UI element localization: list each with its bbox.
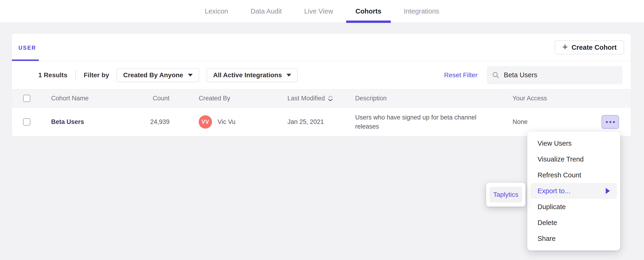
more-dot-icon bbox=[613, 121, 615, 123]
chevron-up-icon bbox=[328, 96, 332, 98]
row-checkbox[interactable] bbox=[23, 118, 30, 126]
menu-item-delete[interactable]: Delete bbox=[530, 215, 617, 230]
created-by-name: Vic Vu bbox=[218, 118, 236, 126]
top-navigation: Lexicon Data Audit Live View Cohorts Int… bbox=[0, 0, 644, 23]
search-box[interactable] bbox=[487, 66, 622, 84]
header-created-by: Created By bbox=[170, 95, 288, 102]
menu-item-visualize-trend[interactable]: Visualize Trend bbox=[530, 151, 617, 167]
cohort-name-link[interactable]: Beta Users bbox=[51, 118, 84, 125]
results-count: 1 Results bbox=[38, 72, 68, 79]
active-tab-underline bbox=[346, 20, 391, 23]
menu-item-refresh-count[interactable]: Refresh Count bbox=[530, 167, 617, 183]
header-checkbox-cell bbox=[23, 95, 51, 102]
filter-bar: 1 Results Filter by Created By Anyone Al… bbox=[12, 61, 631, 89]
tab-label: Integrations bbox=[404, 8, 440, 15]
chevron-down-icon bbox=[286, 74, 291, 76]
tab-label: Live View bbox=[304, 8, 333, 15]
more-dot-icon bbox=[606, 121, 608, 123]
row-more-actions-button[interactable] bbox=[602, 115, 619, 129]
create-cohort-label: Create Cohort bbox=[572, 44, 617, 51]
tab-live-view[interactable]: Live View bbox=[303, 0, 334, 22]
menu-item-view-users[interactable]: View Users bbox=[530, 135, 617, 151]
select-all-checkbox[interactable] bbox=[23, 95, 30, 102]
table-header-row: Cohort Name Count Created By Last Modifi… bbox=[12, 89, 631, 108]
export-submenu: Taplytics bbox=[486, 183, 526, 206]
row-checkbox-cell bbox=[23, 118, 51, 126]
tab-lexicon[interactable]: Lexicon bbox=[204, 0, 229, 22]
tab-user[interactable]: USER bbox=[18, 45, 36, 51]
export-to-label: Export to... bbox=[538, 187, 570, 195]
header-count: Count bbox=[137, 95, 170, 102]
row-context-menu: View Users Visualize Trend Refresh Count… bbox=[527, 132, 620, 250]
submenu-item-taplytics[interactable]: Taplytics bbox=[490, 187, 522, 202]
chevron-down-icon bbox=[188, 74, 193, 76]
plus-icon: + bbox=[562, 42, 568, 52]
sort-icon[interactable] bbox=[328, 96, 332, 101]
tab-integrations[interactable]: Integrations bbox=[403, 0, 440, 22]
menu-item-duplicate[interactable]: Duplicate bbox=[530, 199, 617, 215]
created-by-dropdown-value: Created By Anyone bbox=[123, 72, 183, 79]
menu-item-share[interactable]: Share bbox=[530, 230, 617, 246]
tab-user-label: USER bbox=[18, 45, 36, 51]
cohorts-panel: USER + Create Cohort 1 Results Filter by… bbox=[12, 34, 631, 136]
submenu-arrow-icon bbox=[606, 188, 610, 194]
tab-label: Lexicon bbox=[205, 8, 228, 15]
integrations-dropdown[interactable]: All Active Integrations bbox=[207, 68, 298, 82]
divider bbox=[76, 70, 76, 80]
tab-label: Cohorts bbox=[356, 8, 381, 15]
reset-filter-link[interactable]: Reset Filter bbox=[444, 72, 478, 79]
tab-cohorts[interactable]: Cohorts bbox=[354, 0, 382, 22]
header-cohort-name: Cohort Name bbox=[51, 95, 137, 102]
your-access-value: None bbox=[512, 118, 590, 126]
filter-by-label: Filter by bbox=[84, 72, 109, 79]
tab-data-audit[interactable]: Data Audit bbox=[250, 0, 283, 22]
header-description: Description bbox=[355, 95, 512, 102]
avatar: VV bbox=[199, 115, 212, 128]
more-dot-icon bbox=[610, 121, 611, 123]
create-cohort-button[interactable]: + Create Cohort bbox=[555, 40, 624, 54]
cohort-description: Users who have signed up for beta channe… bbox=[355, 113, 482, 131]
search-input[interactable] bbox=[504, 71, 618, 79]
chevron-down-icon bbox=[328, 99, 332, 101]
header-last-modified[interactable]: Last Modified bbox=[288, 95, 355, 102]
header-your-access: Your Access bbox=[512, 95, 590, 102]
last-modified-value: Jan 25, 2021 bbox=[288, 118, 355, 126]
integrations-dropdown-value: All Active Integrations bbox=[213, 72, 282, 79]
search-icon bbox=[492, 71, 500, 79]
tab-label: Data Audit bbox=[250, 8, 282, 15]
panel-tabstrip: USER + Create Cohort bbox=[12, 34, 631, 61]
last-modified-label: Last Modified bbox=[288, 95, 325, 102]
menu-item-export-to[interactable]: Export to... bbox=[530, 183, 617, 199]
created-by-dropdown[interactable]: Created By Anyone bbox=[116, 68, 199, 82]
cohort-count: 24,939 bbox=[137, 118, 170, 126]
